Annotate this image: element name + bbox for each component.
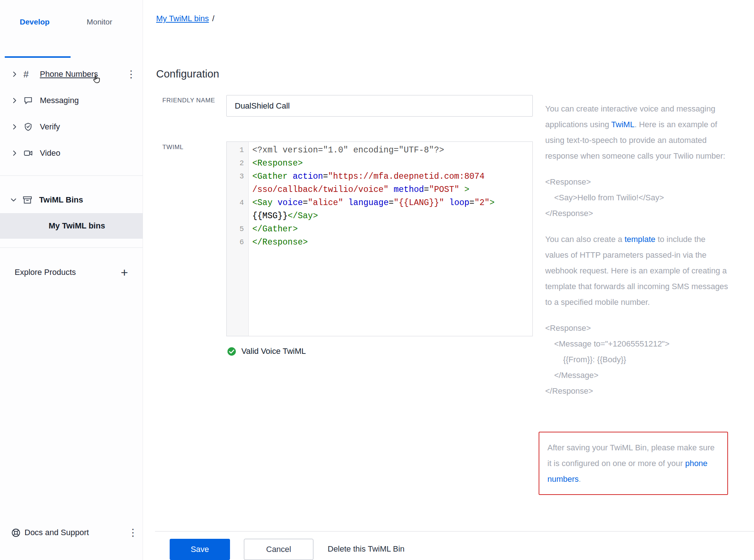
docs-support-row[interactable]: Docs and Support ⋮	[0, 521, 143, 545]
chevron-right-icon[interactable]	[12, 97, 19, 104]
help-code-sample-voice: <Response> <Say>Hello from Twilio!</Say>…	[545, 174, 729, 221]
validation-message: Valid Voice TwiML	[241, 347, 306, 356]
friendly-name-label: FRIENDLY NAME	[162, 96, 217, 105]
valid-check-icon	[227, 347, 236, 356]
save-button[interactable]: Save	[170, 539, 230, 560]
chevron-right-icon[interactable]	[12, 150, 19, 156]
tab-develop-active-indicator	[5, 56, 71, 58]
breadcrumb-separator: /	[212, 14, 214, 23]
twiml-label: TWIML	[162, 143, 217, 152]
phone-number-notice-box: After saving your TwiML Bin, please make…	[539, 432, 728, 495]
sidebar-item-video[interactable]: Video	[0, 140, 143, 166]
sidebar-divider	[0, 175, 143, 176]
sidebar-item-phone-numbers[interactable]: # Phone Numbers ⋮	[0, 61, 143, 87]
friendly-name-input[interactable]	[226, 95, 533, 117]
chevron-right-icon[interactable]	[12, 71, 19, 77]
hash-icon: #	[23, 69, 36, 80]
sidebar-item-label[interactable]: Video	[40, 148, 60, 158]
chat-bubble-icon	[23, 96, 36, 105]
explore-products-row: Explore Products +	[0, 260, 143, 284]
breadcrumb: My TwiML bins/	[156, 14, 214, 23]
sidebar-nav: # Phone Numbers ⋮ Messaging	[0, 61, 143, 166]
sidebar-item-my-twiml-bins[interactable]: My TwiML bins	[0, 213, 143, 239]
sidebar-item-label[interactable]: Messaging	[40, 96, 79, 105]
video-camera-icon	[23, 148, 36, 158]
inline-link[interactable]: TwiML	[611, 120, 635, 129]
shield-check-icon	[23, 122, 36, 132]
sidebar-item-twiml-bins[interactable]: TwiML Bins	[0, 187, 143, 213]
twiml-code-editor[interactable]: 1<?xml version="1.0" encoding="UTF-8"?>2…	[226, 141, 533, 336]
notice-text: After saving your TwiML Bin, please make…	[547, 443, 715, 484]
tab-develop[interactable]: Develop	[20, 18, 50, 26]
page-title: Configuration	[156, 68, 219, 80]
help-paragraph: You can create interactive voice and mes…	[545, 101, 729, 164]
breadcrumb-link-my-twiml-bins[interactable]: My TwiML bins	[156, 14, 209, 23]
sidebar-divider	[0, 247, 143, 248]
help-column: You can create interactive voice and mes…	[545, 101, 729, 409]
chevron-down-icon[interactable]	[11, 197, 17, 203]
bin-box-icon	[23, 195, 35, 205]
help-paragraph: You can also create a template to includ…	[545, 231, 729, 310]
tab-monitor[interactable]: Monitor	[87, 18, 112, 26]
sidebar-subitem-label[interactable]: My TwiML bins	[49, 221, 105, 231]
life-ring-icon	[11, 528, 21, 538]
cancel-button[interactable]: Cancel	[244, 539, 313, 560]
sidebar-tabs: Develop Monitor	[0, 18, 143, 39]
kebab-menu-icon[interactable]: ⋮	[128, 528, 138, 538]
kebab-menu-icon[interactable]: ⋮	[126, 69, 136, 79]
twiml-editor-lines: 1<?xml version="1.0" encoding="UTF-8"?>2…	[227, 144, 532, 249]
sidebar-item-messaging[interactable]: Messaging	[0, 87, 143, 114]
explore-products-label[interactable]: Explore Products	[15, 268, 121, 277]
chevron-right-icon[interactable]	[12, 124, 19, 130]
delete-twiml-bin-link[interactable]: Delete this TwiML Bin	[328, 544, 404, 554]
validation-status: Valid Voice TwiML	[227, 347, 306, 356]
plus-icon[interactable]: +	[121, 266, 128, 279]
sidebar: Develop Monitor # Phone Numbers ⋮ Me	[0, 0, 143, 560]
help-code-sample-sms: <Response> <Message to="+12065551212"> {…	[545, 320, 729, 399]
sidebar-item-label[interactable]: TwiML Bins	[39, 195, 83, 205]
docs-support-label[interactable]: Docs and Support	[24, 528, 89, 537]
sidebar-item-label[interactable]: Phone Numbers	[40, 69, 98, 79]
sidebar-item-label[interactable]: Verify	[40, 122, 60, 132]
inline-link[interactable]: template	[625, 235, 655, 244]
sidebar-item-verify[interactable]: Verify	[0, 114, 143, 140]
app-root: Develop Monitor # Phone Numbers ⋮ Me	[0, 0, 754, 560]
